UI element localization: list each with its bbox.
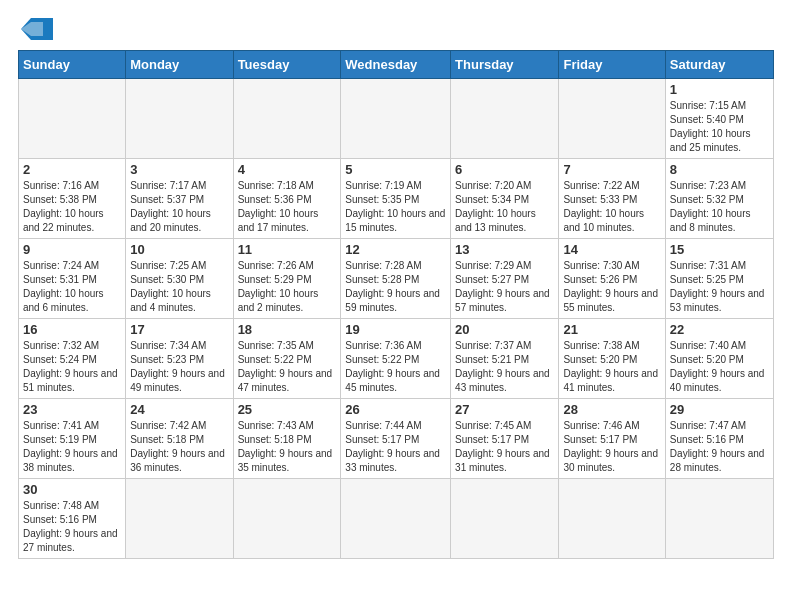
day-number: 19 <box>345 322 446 337</box>
calendar-cell: 2Sunrise: 7:16 AM Sunset: 5:38 PM Daylig… <box>19 159 126 239</box>
day-info: Sunrise: 7:30 AM Sunset: 5:26 PM Dayligh… <box>563 259 660 315</box>
calendar: SundayMondayTuesdayWednesdayThursdayFrid… <box>18 50 774 559</box>
calendar-cell <box>559 79 665 159</box>
calendar-cell <box>126 479 233 559</box>
calendar-cell: 12Sunrise: 7:28 AM Sunset: 5:28 PM Dayli… <box>341 239 451 319</box>
day-info: Sunrise: 7:29 AM Sunset: 5:27 PM Dayligh… <box>455 259 554 315</box>
weekday-header-monday: Monday <box>126 51 233 79</box>
calendar-cell: 30Sunrise: 7:48 AM Sunset: 5:16 PM Dayli… <box>19 479 126 559</box>
day-info: Sunrise: 7:20 AM Sunset: 5:34 PM Dayligh… <box>455 179 554 235</box>
day-info: Sunrise: 7:35 AM Sunset: 5:22 PM Dayligh… <box>238 339 337 395</box>
calendar-cell <box>559 479 665 559</box>
day-info: Sunrise: 7:28 AM Sunset: 5:28 PM Dayligh… <box>345 259 446 315</box>
calendar-cell: 16Sunrise: 7:32 AM Sunset: 5:24 PM Dayli… <box>19 319 126 399</box>
day-number: 11 <box>238 242 337 257</box>
day-info: Sunrise: 7:32 AM Sunset: 5:24 PM Dayligh… <box>23 339 121 395</box>
day-info: Sunrise: 7:40 AM Sunset: 5:20 PM Dayligh… <box>670 339 769 395</box>
day-info: Sunrise: 7:37 AM Sunset: 5:21 PM Dayligh… <box>455 339 554 395</box>
day-info: Sunrise: 7:34 AM Sunset: 5:23 PM Dayligh… <box>130 339 228 395</box>
calendar-cell: 15Sunrise: 7:31 AM Sunset: 5:25 PM Dayli… <box>665 239 773 319</box>
calendar-cell <box>19 79 126 159</box>
day-number: 23 <box>23 402 121 417</box>
calendar-cell: 18Sunrise: 7:35 AM Sunset: 5:22 PM Dayli… <box>233 319 341 399</box>
calendar-cell: 7Sunrise: 7:22 AM Sunset: 5:33 PM Daylig… <box>559 159 665 239</box>
day-number: 25 <box>238 402 337 417</box>
day-number: 1 <box>670 82 769 97</box>
day-info: Sunrise: 7:46 AM Sunset: 5:17 PM Dayligh… <box>563 419 660 475</box>
day-number: 13 <box>455 242 554 257</box>
weekday-header-thursday: Thursday <box>451 51 559 79</box>
day-info: Sunrise: 7:23 AM Sunset: 5:32 PM Dayligh… <box>670 179 769 235</box>
calendar-cell <box>233 479 341 559</box>
calendar-cell: 14Sunrise: 7:30 AM Sunset: 5:26 PM Dayli… <box>559 239 665 319</box>
day-number: 26 <box>345 402 446 417</box>
day-info: Sunrise: 7:42 AM Sunset: 5:18 PM Dayligh… <box>130 419 228 475</box>
day-info: Sunrise: 7:15 AM Sunset: 5:40 PM Dayligh… <box>670 99 769 155</box>
day-info: Sunrise: 7:17 AM Sunset: 5:37 PM Dayligh… <box>130 179 228 235</box>
logo <box>18 18 53 40</box>
weekday-header-friday: Friday <box>559 51 665 79</box>
calendar-week-row: 9Sunrise: 7:24 AM Sunset: 5:31 PM Daylig… <box>19 239 774 319</box>
calendar-cell: 22Sunrise: 7:40 AM Sunset: 5:20 PM Dayli… <box>665 319 773 399</box>
calendar-cell: 29Sunrise: 7:47 AM Sunset: 5:16 PM Dayli… <box>665 399 773 479</box>
day-number: 9 <box>23 242 121 257</box>
day-number: 12 <box>345 242 446 257</box>
calendar-cell: 27Sunrise: 7:45 AM Sunset: 5:17 PM Dayli… <box>451 399 559 479</box>
calendar-cell: 9Sunrise: 7:24 AM Sunset: 5:31 PM Daylig… <box>19 239 126 319</box>
calendar-cell: 28Sunrise: 7:46 AM Sunset: 5:17 PM Dayli… <box>559 399 665 479</box>
day-info: Sunrise: 7:45 AM Sunset: 5:17 PM Dayligh… <box>455 419 554 475</box>
weekday-header-tuesday: Tuesday <box>233 51 341 79</box>
day-info: Sunrise: 7:44 AM Sunset: 5:17 PM Dayligh… <box>345 419 446 475</box>
day-info: Sunrise: 7:43 AM Sunset: 5:18 PM Dayligh… <box>238 419 337 475</box>
calendar-cell: 23Sunrise: 7:41 AM Sunset: 5:19 PM Dayli… <box>19 399 126 479</box>
day-number: 4 <box>238 162 337 177</box>
day-info: Sunrise: 7:25 AM Sunset: 5:30 PM Dayligh… <box>130 259 228 315</box>
day-number: 5 <box>345 162 446 177</box>
calendar-cell: 26Sunrise: 7:44 AM Sunset: 5:17 PM Dayli… <box>341 399 451 479</box>
calendar-cell: 10Sunrise: 7:25 AM Sunset: 5:30 PM Dayli… <box>126 239 233 319</box>
calendar-week-row: 23Sunrise: 7:41 AM Sunset: 5:19 PM Dayli… <box>19 399 774 479</box>
day-number: 21 <box>563 322 660 337</box>
logo-icon <box>21 18 53 40</box>
calendar-cell: 17Sunrise: 7:34 AM Sunset: 5:23 PM Dayli… <box>126 319 233 399</box>
day-number: 6 <box>455 162 554 177</box>
day-number: 29 <box>670 402 769 417</box>
calendar-cell: 19Sunrise: 7:36 AM Sunset: 5:22 PM Dayli… <box>341 319 451 399</box>
day-number: 2 <box>23 162 121 177</box>
day-info: Sunrise: 7:47 AM Sunset: 5:16 PM Dayligh… <box>670 419 769 475</box>
day-info: Sunrise: 7:24 AM Sunset: 5:31 PM Dayligh… <box>23 259 121 315</box>
day-number: 27 <box>455 402 554 417</box>
calendar-cell: 4Sunrise: 7:18 AM Sunset: 5:36 PM Daylig… <box>233 159 341 239</box>
calendar-cell <box>341 479 451 559</box>
calendar-cell <box>451 479 559 559</box>
calendar-cell: 3Sunrise: 7:17 AM Sunset: 5:37 PM Daylig… <box>126 159 233 239</box>
day-info: Sunrise: 7:31 AM Sunset: 5:25 PM Dayligh… <box>670 259 769 315</box>
calendar-week-row: 1Sunrise: 7:15 AM Sunset: 5:40 PM Daylig… <box>19 79 774 159</box>
calendar-cell: 25Sunrise: 7:43 AM Sunset: 5:18 PM Dayli… <box>233 399 341 479</box>
calendar-week-row: 16Sunrise: 7:32 AM Sunset: 5:24 PM Dayli… <box>19 319 774 399</box>
day-info: Sunrise: 7:36 AM Sunset: 5:22 PM Dayligh… <box>345 339 446 395</box>
day-info: Sunrise: 7:41 AM Sunset: 5:19 PM Dayligh… <box>23 419 121 475</box>
calendar-cell: 5Sunrise: 7:19 AM Sunset: 5:35 PM Daylig… <box>341 159 451 239</box>
day-info: Sunrise: 7:18 AM Sunset: 5:36 PM Dayligh… <box>238 179 337 235</box>
calendar-cell: 21Sunrise: 7:38 AM Sunset: 5:20 PM Dayli… <box>559 319 665 399</box>
calendar-cell: 1Sunrise: 7:15 AM Sunset: 5:40 PM Daylig… <box>665 79 773 159</box>
page: SundayMondayTuesdayWednesdayThursdayFrid… <box>0 0 792 569</box>
day-number: 24 <box>130 402 228 417</box>
day-info: Sunrise: 7:19 AM Sunset: 5:35 PM Dayligh… <box>345 179 446 235</box>
day-info: Sunrise: 7:48 AM Sunset: 5:16 PM Dayligh… <box>23 499 121 555</box>
day-info: Sunrise: 7:16 AM Sunset: 5:38 PM Dayligh… <box>23 179 121 235</box>
day-number: 16 <box>23 322 121 337</box>
calendar-cell <box>341 79 451 159</box>
day-number: 10 <box>130 242 228 257</box>
day-number: 7 <box>563 162 660 177</box>
calendar-cell <box>451 79 559 159</box>
calendar-cell <box>126 79 233 159</box>
calendar-cell <box>233 79 341 159</box>
day-number: 22 <box>670 322 769 337</box>
day-number: 18 <box>238 322 337 337</box>
logo-text <box>18 18 53 40</box>
day-number: 8 <box>670 162 769 177</box>
weekday-header-wednesday: Wednesday <box>341 51 451 79</box>
day-number: 28 <box>563 402 660 417</box>
